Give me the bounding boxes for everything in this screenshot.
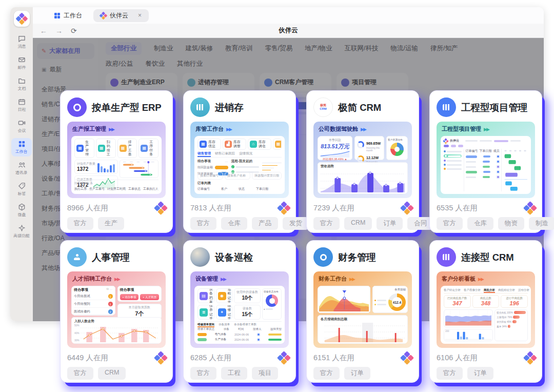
rail-item-messages[interactable]: 消息: [11, 33, 32, 51]
tab-label: 伙伴云: [110, 11, 128, 20]
mini-bar-chart: 200: [444, 329, 493, 341]
tag[interactable]: 生产: [98, 217, 124, 230]
rail-item-drive[interactable]: 微盘: [11, 201, 32, 220]
card-preview: 人才招聘工作台▶▶ 待办事项⧉ … 今日待面试1 今日待报到1 面试待邀约2 待…: [67, 271, 166, 348]
mini-pie-chart: [390, 143, 404, 156]
tag[interactable]: 订单: [344, 367, 370, 380]
workbench-tab-icon: [54, 13, 60, 18]
mail-icon: [18, 56, 26, 64]
tab-label: 工作台: [64, 11, 82, 20]
users-count: 6449 人在用: [67, 353, 108, 363]
card-hr[interactable]: 人事管理 人才招聘工作台▶▶ 待办事项⧉ … 今日待面试1 今日待报到1 面试待…: [60, 240, 173, 383]
tag[interactable]: 物资: [498, 217, 524, 230]
mini-monthly-chart: [321, 322, 405, 342]
users-count: 7239 人在用: [313, 203, 354, 213]
tag[interactable]: 制造: [529, 217, 554, 230]
tag[interactable]: 官方: [67, 217, 93, 230]
card-inventory[interactable]: 进销存 库管工作台▶▶ ▦库存信息 ▟库存调整 ⌂库存调仓 ▦ 销售管理 销售订…: [183, 90, 296, 233]
tag[interactable]: 官方: [437, 367, 463, 380]
tag[interactable]: 官方: [190, 367, 216, 380]
tag[interactable]: CRM: [344, 217, 372, 230]
chevrons-icon: ▶▶: [349, 277, 354, 282]
mini-gantt: [504, 149, 528, 191]
card-finance[interactable]: 财务管理 财务工作台▶▶: [306, 240, 419, 383]
app-rail: 消息 邮件 文档 日程 会议 工作台 通讯录 标签: [10, 7, 33, 321]
rail-item-tags[interactable]: 标签: [11, 180, 32, 199]
card-preview: 生产报工管理▶▶ ▦生产管理 ▦扫码报工 ▦排产工单 ▦工序任务 计划生产数量1…: [67, 122, 166, 198]
users-count: 6151 人在用: [313, 353, 354, 363]
finance-icon: [313, 247, 333, 267]
rail-item-workbench[interactable]: 工作台: [11, 138, 32, 156]
jijian-crm-logo-icon: 极简CRM: [313, 97, 333, 117]
users-count: 8966 人在用: [67, 203, 108, 213]
erp-icon: [67, 97, 87, 117]
mini-layered-area-chart: [444, 309, 493, 327]
mini-donut-chart: [266, 295, 278, 307]
mini-button: + 人才简历: [140, 294, 159, 300]
huoban-logo-icon: [400, 351, 414, 365]
equipment-photo-icon: [190, 247, 210, 267]
huoban-logo-icon: [523, 201, 537, 215]
chat-icon: [18, 35, 26, 43]
chevrons-icon: ▶▶: [221, 277, 226, 282]
mini-button: + 待办事项: [120, 294, 139, 300]
users-count: 6535 人在用: [437, 203, 478, 213]
chevrons-icon: ▶▶: [114, 277, 120, 282]
huoban-logo-icon: [100, 11, 108, 19]
tag[interactable]: 官方: [190, 217, 216, 230]
users-count: 7813 人在用: [190, 203, 231, 213]
mini-sparkline: [320, 150, 350, 158]
mini-mountain-chart: [318, 286, 370, 313]
chevrons-icon: ▶▶: [478, 277, 483, 282]
card-project-mgmt[interactable]: 工程型项目管理 工程型项目管理▶▶ 伙伴云: [429, 90, 542, 233]
tag[interactable]: 订单: [467, 367, 493, 380]
page-title: 伙伴云: [33, 26, 544, 35]
tag[interactable]: 项目: [252, 367, 278, 380]
mini-funnel-chart: 提交商机 100% 立案/报价 79% 谈判审核 45% 赢单 34%: [494, 309, 528, 341]
card-preview: 库管工作台▶▶ ▦库存信息 ▟库存调整 ⌂库存调仓 ▦ 销售管理 销售订单跟踪 …: [190, 122, 289, 198]
tag-icon: [18, 182, 26, 190]
tag[interactable]: 仓库: [467, 217, 493, 230]
rail-item-mail[interactable]: 邮件: [11, 54, 32, 72]
tag[interactable]: 产品: [252, 217, 278, 230]
huoban-logo-icon: [277, 201, 291, 215]
chevrons-icon: ▶▶: [226, 127, 231, 132]
cube-icon: [18, 203, 26, 211]
close-tab-icon[interactable]: ×: [138, 12, 142, 18]
mini-donut-chart: 412.4: [388, 293, 406, 311]
mini-area-bar-chart: [321, 169, 405, 192]
tag[interactable]: 官方: [437, 217, 463, 230]
calendar-icon: [18, 98, 26, 106]
sparkle-icon: [18, 224, 26, 232]
tag[interactable]: 工程: [221, 367, 247, 380]
card-order-erp[interactable]: 按单生产型 ERP 生产报工管理▶▶ ▦生产管理 ▦扫码报工 ▦排产工单 ▦工序…: [60, 90, 173, 233]
tab-huobanyun[interactable]: 伙伴云 ×: [93, 9, 149, 22]
chevrons-icon: ▶▶: [361, 127, 366, 132]
huoban-logo-icon: [523, 351, 537, 365]
tag[interactable]: 订单: [377, 217, 403, 230]
card-equipment[interactable]: 设备巡检 设备管理▶▶ ▤设备档案 ◉巡检记录 ≣保养记录 ✦维修记录 使用中的…: [183, 240, 296, 383]
rail-item-meeting[interactable]: 会议: [11, 117, 32, 135]
tag[interactable]: 官方: [313, 367, 340, 380]
card-simple-crm[interactable]: 极简CRM 极简 CRM 公司数据驾驶舱▶▶ 本季回款 813.51万元 环比增…: [306, 90, 419, 233]
project-icon: [437, 97, 456, 117]
rail-item-contacts[interactable]: 通讯录: [11, 159, 32, 178]
grid-icon: [18, 140, 26, 148]
mini-gantt: [120, 160, 159, 178]
app-logo[interactable]: [14, 11, 30, 27]
mini-trend-chart: [81, 324, 159, 342]
card-connected-crm[interactable]: 连接型 CRM 客户分析看板▶▶ 客户转化分析 客户画像分析 商机分析 商机特征…: [429, 240, 542, 383]
tag[interactable]: 发货: [283, 217, 309, 230]
tag[interactable]: 官方: [67, 367, 93, 380]
rail-item-advanced[interactable]: 高级功能: [11, 222, 32, 241]
tab-workbench[interactable]: 工作台: [47, 9, 89, 22]
huoban-logo-icon: [154, 351, 168, 365]
tag[interactable]: 官方: [313, 217, 340, 230]
tag[interactable]: CRM: [98, 367, 126, 380]
mini-search-input: 搜索订单编号: [197, 172, 223, 180]
featured-cards: 按单生产型 ERP 生产报工管理▶▶ ▦生产管理 ▦扫码报工 ▦排产工单 ▦工序…: [60, 90, 542, 383]
mini-bar-chart: [97, 161, 115, 172]
rail-item-docs[interactable]: 文档: [11, 75, 32, 93]
rail-item-calendar[interactable]: 日程: [11, 96, 32, 114]
tag[interactable]: 仓库: [221, 217, 247, 230]
